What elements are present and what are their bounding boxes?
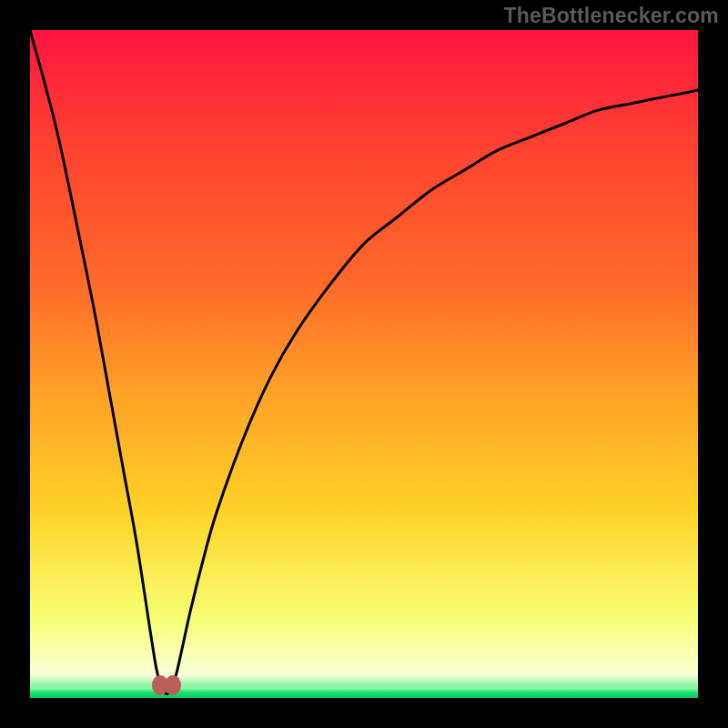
chart-frame: TheBottlenecker.com [0, 0, 728, 728]
plot-area [30, 30, 698, 698]
bottleneck-curve [30, 30, 698, 698]
watermark-text: TheBottlenecker.com [504, 4, 719, 28]
